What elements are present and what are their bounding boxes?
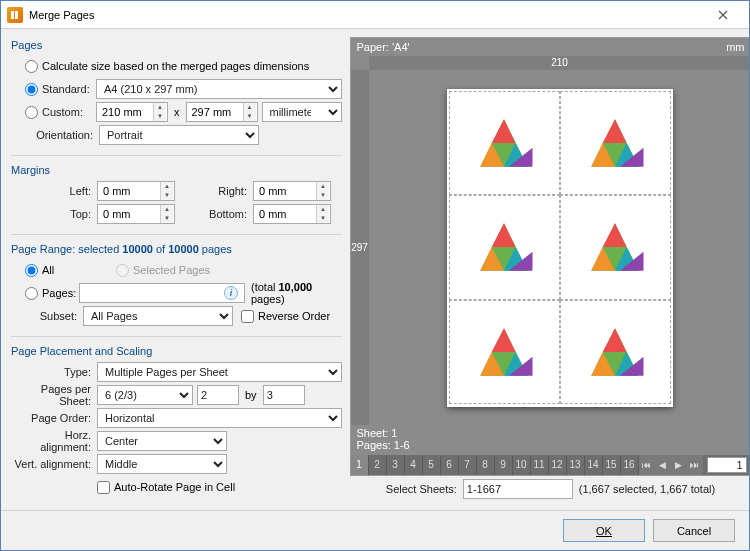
preview-paper-label: Paper: 'A4' — [357, 41, 727, 53]
svg-marker-30 — [603, 328, 627, 352]
pager-first-icon[interactable]: ⏮ — [639, 455, 655, 475]
pps-cols-input[interactable] — [197, 385, 239, 405]
pager-last-icon[interactable]: ⏭ — [687, 455, 703, 475]
pager-page[interactable]: 11 — [531, 455, 549, 475]
pager-page[interactable]: 8 — [477, 455, 495, 475]
select-sheets-input[interactable] — [463, 479, 573, 499]
standard-size-radio[interactable] — [25, 83, 38, 96]
page-thumb-icon — [572, 205, 658, 291]
custom-unit-select[interactable]: millimeter — [262, 102, 342, 122]
vert-align-select[interactable]: Middle — [97, 454, 227, 474]
svg-marker-15 — [492, 224, 516, 248]
standard-size-select[interactable]: A4 (210 x 297 mm) — [96, 79, 342, 99]
pager-next-icon[interactable]: ▶ — [671, 455, 687, 475]
pager-page[interactable]: 4 — [405, 455, 423, 475]
preview-canvas[interactable] — [369, 70, 750, 425]
page-range-section: Page Range: selected 10000 of 10000 page… — [11, 241, 342, 337]
va-label: Vert. alignment: — [11, 458, 97, 470]
autorotate-checkbox[interactable] — [97, 481, 110, 494]
window-title: Merge Pages — [29, 9, 703, 21]
pager-page[interactable]: 2 — [369, 455, 387, 475]
standard-label: Standard: — [42, 83, 96, 95]
custom-height-spinner[interactable]: ▲▼ — [186, 102, 258, 122]
margin-left-spinner[interactable]: ▲▼ — [97, 181, 175, 201]
select-sheets-label: Select Sheets: — [386, 483, 457, 495]
margin-bottom-spinner[interactable]: ▲▼ — [253, 204, 331, 224]
app-icon — [7, 7, 23, 23]
pager-page[interactable]: 7 — [459, 455, 477, 475]
order-label: Page Order: — [11, 412, 97, 424]
range-pages-radio[interactable] — [25, 287, 38, 300]
custom-label: Custom: — [42, 106, 96, 118]
x-label: x — [168, 106, 186, 118]
margin-top-label: Top: — [11, 208, 97, 220]
pager-page[interactable]: 16 — [621, 455, 639, 475]
preview-cell — [449, 91, 560, 196]
svg-marker-5 — [492, 119, 516, 143]
preview-pages-label: Pages: 1-6 — [357, 439, 745, 451]
svg-marker-25 — [492, 328, 516, 352]
preview-paper — [447, 89, 673, 407]
dialog-footer: OK Cancel — [1, 510, 749, 550]
close-button[interactable] — [703, 5, 743, 25]
margins-heading: Margins — [11, 164, 342, 176]
margin-right-spinner[interactable]: ▲▼ — [253, 181, 331, 201]
preview-pager[interactable]: 1 2 3 4 5 6 7 8 9 10 11 12 13 14 15 16 — [351, 455, 750, 475]
pager-page[interactable]: 5 — [423, 455, 441, 475]
pages-section: Pages Calculate size based on the merged… — [11, 37, 342, 156]
pps-label: Pages per Sheet: — [11, 383, 97, 407]
pager-page[interactable]: 14 — [585, 455, 603, 475]
page-order-select[interactable]: Horizontal — [97, 408, 342, 428]
custom-width-spinner[interactable]: ▲▼ — [96, 102, 168, 122]
reverse-order-checkbox[interactable] — [241, 310, 254, 323]
preview-cell — [560, 91, 671, 196]
merge-pages-dialog: Merge Pages Pages Calculate size based o… — [0, 0, 750, 551]
pager-page[interactable]: 1 — [351, 455, 369, 475]
svg-rect-1 — [15, 11, 18, 19]
page-thumb-icon — [461, 100, 547, 186]
preview-cell — [449, 300, 560, 405]
orientation-select[interactable]: Portrait — [99, 125, 259, 145]
pager-current-input[interactable] — [707, 457, 747, 473]
margin-right-label: Right: — [175, 185, 253, 197]
pager-page[interactable]: 12 — [549, 455, 567, 475]
pps-preset-select[interactable]: 6 (2/3) — [97, 385, 193, 405]
info-icon[interactable]: i — [224, 286, 238, 300]
calculate-size-radio[interactable] — [25, 60, 38, 73]
range-all-radio[interactable] — [25, 264, 38, 277]
pager-page[interactable]: 6 — [441, 455, 459, 475]
ok-button[interactable]: OK — [563, 519, 645, 542]
pager-page[interactable]: 15 — [603, 455, 621, 475]
margin-top-spinner[interactable]: ▲▼ — [97, 204, 175, 224]
preview-cell — [449, 195, 560, 300]
cancel-button[interactable]: Cancel — [653, 519, 735, 542]
range-all-label: All — [42, 264, 102, 276]
subset-select[interactable]: All Pages — [83, 306, 233, 326]
pager-page[interactable]: 9 — [495, 455, 513, 475]
select-sheets-row: Select Sheets: (1,667 selected, 1,667 to… — [350, 476, 750, 502]
margins-section: Margins Left: ▲▼ Right: ▲▼ Top: ▲▼ Botto… — [11, 162, 342, 235]
pager-page[interactable]: 3 — [387, 455, 405, 475]
type-label: Type: — [11, 366, 97, 378]
placement-section: Page Placement and Scaling Type: Multipl… — [11, 343, 342, 507]
margin-bottom-label: Bottom: — [175, 208, 253, 220]
preview-cell — [560, 300, 671, 405]
horz-align-select[interactable]: Center — [97, 431, 227, 451]
pager-page[interactable]: 13 — [567, 455, 585, 475]
pps-rows-input[interactable] — [263, 385, 305, 405]
pager-prev-icon[interactable]: ◀ — [655, 455, 671, 475]
range-selected-radio — [116, 264, 129, 277]
pager-page[interactable]: 10 — [513, 455, 531, 475]
page-range-heading: Page Range: selected 10000 of 10000 page… — [11, 243, 342, 255]
svg-marker-10 — [603, 119, 627, 143]
custom-size-radio[interactable] — [25, 106, 38, 119]
reverse-order-label: Reverse Order — [258, 310, 330, 322]
range-pages-label: Pages: — [42, 287, 79, 299]
titlebar[interactable]: Merge Pages — [1, 1, 749, 29]
type-select[interactable]: Multiple Pages per Sheet — [97, 362, 342, 382]
range-pages-input-wrap[interactable]: i — [79, 283, 245, 303]
placement-heading: Page Placement and Scaling — [11, 345, 342, 357]
svg-marker-20 — [603, 224, 627, 248]
range-pages-input[interactable] — [80, 284, 224, 302]
preview-unit-label: mm — [726, 41, 744, 53]
